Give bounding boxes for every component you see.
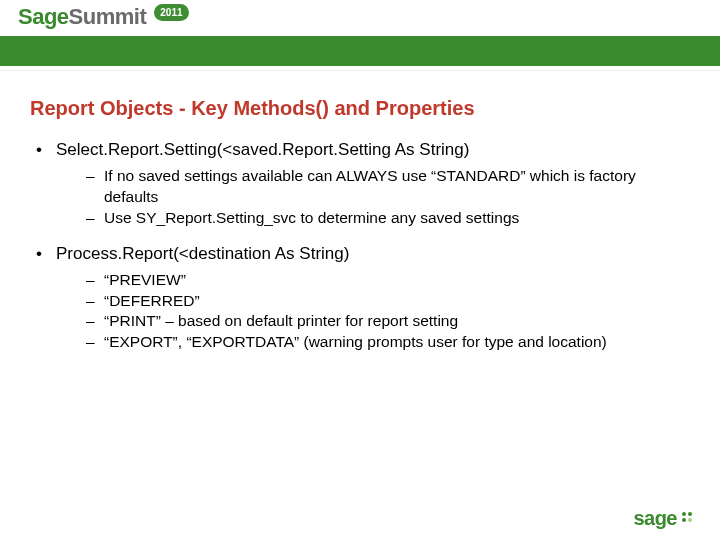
slide-title: Report Objects - Key Methods() and Prope… — [30, 96, 690, 121]
sub-list: “PREVIEW” “DEFERRED” “PRINT” – based on … — [56, 270, 690, 354]
sub-list-item: “EXPORT”, “EXPORTDATA” (warning prompts … — [86, 332, 690, 353]
sub-list-item-text: Use SY_Report.Setting_svc to determine a… — [104, 209, 519, 226]
year-badge: 2011 — [154, 2, 188, 20]
svg-point-0 — [682, 512, 686, 516]
footer-brand-text: sage — [633, 507, 677, 530]
list-item: Select.Report.Setting(<saved.Report.Sett… — [36, 139, 690, 229]
sub-list-item-text: “DEFERRED” — [104, 292, 200, 309]
footer-dots-icon — [680, 510, 698, 528]
sub-list-item: Use SY_Report.Setting_svc to determine a… — [86, 208, 690, 229]
sub-list-item-text: “EXPORT”, “EXPORTDATA” (warning prompts … — [104, 333, 607, 350]
divider — [0, 70, 720, 71]
year-badge-text: 2011 — [154, 4, 188, 21]
sub-list-item-text: “PRINT” – based on default printer for r… — [104, 312, 458, 329]
brand-text: SageSummit — [18, 4, 146, 30]
sub-list-item: “PREVIEW” — [86, 270, 690, 291]
slide: SageSummit 2011 Report Objects - Key Met… — [0, 0, 720, 540]
header-logo: SageSummit 2011 — [18, 4, 189, 30]
sub-list: If no saved settings available can ALWAY… — [56, 166, 690, 229]
footer-logo: sage — [633, 507, 698, 530]
sub-list-item: If no saved settings available can ALWAY… — [86, 166, 690, 208]
svg-point-1 — [688, 512, 692, 516]
sub-list-item: “PRINT” – based on default printer for r… — [86, 311, 690, 332]
sub-list-item-text: “PREVIEW” — [104, 271, 186, 288]
header-green-band — [0, 36, 720, 66]
brand-first: Sage — [18, 4, 69, 29]
header: SageSummit 2011 — [0, 0, 720, 68]
list-item: Process.Report(<destination As String) “… — [36, 243, 690, 354]
bullet-list: Select.Report.Setting(<saved.Report.Sett… — [30, 139, 690, 353]
brand-second: Summit — [69, 4, 147, 29]
sub-list-item-text: If no saved settings available can ALWAY… — [104, 167, 636, 205]
list-item-text: Select.Report.Setting(<saved.Report.Sett… — [56, 140, 469, 159]
content: Report Objects - Key Methods() and Prope… — [0, 68, 720, 353]
svg-point-2 — [682, 518, 686, 522]
svg-point-3 — [688, 518, 692, 522]
sub-list-item: “DEFERRED” — [86, 291, 690, 312]
list-item-text: Process.Report(<destination As String) — [56, 244, 349, 263]
